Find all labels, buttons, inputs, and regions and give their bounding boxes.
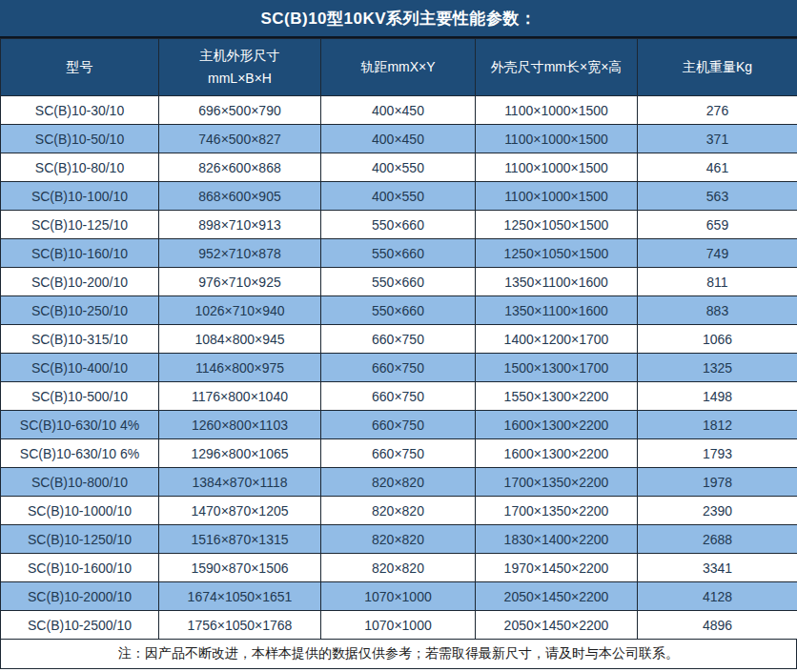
table-cell: 820×820 bbox=[321, 468, 476, 497]
table-cell: 2688 bbox=[638, 525, 797, 554]
table-row: SC(B)10-50/10746×500×827400×4501100×1000… bbox=[1, 125, 797, 153]
table-cell: 1978 bbox=[638, 468, 797, 497]
table-cell: 2390 bbox=[638, 497, 797, 525]
table-cell: 820×820 bbox=[321, 497, 476, 525]
column-header-label: 轨距mmX×Y bbox=[360, 59, 435, 74]
table-cell: 1384×870×1118 bbox=[159, 468, 321, 497]
table-cell: SC(B)10-1000/10 bbox=[1, 497, 159, 525]
table-cell: 696×500×790 bbox=[159, 96, 321, 125]
column-header-main-unit-weight: 主机重量Kg bbox=[638, 39, 797, 96]
table-cell: 660×750 bbox=[321, 325, 476, 354]
table-cell: 1812 bbox=[638, 411, 797, 439]
table-cell: 1100×1000×1500 bbox=[476, 153, 638, 182]
table-cell: 1146×800×975 bbox=[159, 354, 321, 382]
table-row: SC(B)10-250/101026×710×940550×6601350×11… bbox=[1, 296, 797, 325]
table-cell: SC(B)10-800/10 bbox=[1, 468, 159, 497]
table-cell: SC(B)10-50/10 bbox=[1, 125, 159, 153]
table-cell: SC(B)10-500/10 bbox=[1, 382, 159, 411]
table-row: SC(B)10-400/101146×800×975660×7501500×13… bbox=[1, 354, 797, 382]
table-cell: 2050×1450×2200 bbox=[476, 582, 638, 611]
table-cell: SC(B)10-2500/10 bbox=[1, 611, 159, 640]
column-header-label: 型号 bbox=[67, 59, 93, 74]
table-cell: SC(B)10-250/10 bbox=[1, 296, 159, 325]
table-cell: 1026×710×940 bbox=[159, 296, 321, 325]
table-cell: 276 bbox=[638, 96, 797, 125]
table-cell: 1400×1200×1700 bbox=[476, 325, 638, 354]
table-cell: 550×660 bbox=[321, 239, 476, 268]
column-header-model: 型号 bbox=[1, 39, 159, 96]
table-cell: 1793 bbox=[638, 439, 797, 468]
table-cell: 4128 bbox=[638, 582, 797, 611]
table-cell: 1066 bbox=[638, 325, 797, 354]
table-cell: 826×600×868 bbox=[159, 153, 321, 182]
table-cell: 811 bbox=[638, 268, 797, 296]
table-row: SC(B)10-2500/101756×1050×17681070×100020… bbox=[1, 611, 797, 640]
table-row: SC(B)10-1600/101590×870×1506820×8201970×… bbox=[1, 554, 797, 582]
table-row: SC(B)10-80/10826×600×868400×5501100×1000… bbox=[1, 153, 797, 182]
table-cell: SC(B)10-200/10 bbox=[1, 268, 159, 296]
table-body: SC(B)10-30/10696×500×790400×4501100×1000… bbox=[1, 96, 797, 640]
table-cell: 898×710×913 bbox=[159, 211, 321, 239]
table-cell: 1498 bbox=[638, 382, 797, 411]
table-cell: 1550×1300×2200 bbox=[476, 382, 638, 411]
table-row: SC(B)10-200/10976×710×925550×6601350×110… bbox=[1, 268, 797, 296]
table-cell: SC(B)10-315/10 bbox=[1, 325, 159, 354]
column-header-sublabel: mmL×B×H bbox=[159, 68, 320, 91]
table-cell: 371 bbox=[638, 125, 797, 153]
table-cell: 550×660 bbox=[321, 268, 476, 296]
table-cell: 1516×870×1315 bbox=[159, 525, 321, 554]
table-row: SC(B)10-30/10696×500×790400×4501100×1000… bbox=[1, 96, 797, 125]
table-cell: 1100×1000×1500 bbox=[476, 96, 638, 125]
table-cell: SC(B)10-80/10 bbox=[1, 153, 159, 182]
table-cell: SC(B)10-630/10 6% bbox=[1, 439, 159, 468]
table-row: SC(B)10-630/10 4%1260×800×1103660×750160… bbox=[1, 411, 797, 439]
table-cell: 3341 bbox=[638, 554, 797, 582]
table-row: SC(B)10-630/10 6%1296×800×1065660×750160… bbox=[1, 439, 797, 468]
column-header-label: 主机外形尺寸 bbox=[159, 45, 320, 68]
column-header-label: 外壳尺寸mm长×宽×高 bbox=[491, 59, 623, 74]
table-cell: SC(B)10-1600/10 bbox=[1, 554, 159, 582]
table-cell: 1600×1300×2200 bbox=[476, 411, 638, 439]
table-row: SC(B)10-500/101176×800×1040660×7501550×1… bbox=[1, 382, 797, 411]
table-cell: 400×550 bbox=[321, 153, 476, 182]
table-cell: 4896 bbox=[638, 611, 797, 640]
table-cell: 1296×800×1065 bbox=[159, 439, 321, 468]
table-row: SC(B)10-100/10868×600×905400×5501100×100… bbox=[1, 182, 797, 211]
table-row: SC(B)10-315/101084×800×945660×7501400×12… bbox=[1, 325, 797, 354]
table-cell: 1070×1000 bbox=[321, 611, 476, 640]
spec-table: 型号 主机外形尺寸 mmL×B×H 轨距mmX×Y 外壳尺寸mm长×宽×高 主机… bbox=[0, 38, 797, 640]
table-row: SC(B)10-2000/101674×1050×16511070×100020… bbox=[1, 582, 797, 611]
table-cell: 1250×1050×1500 bbox=[476, 211, 638, 239]
table-row: SC(B)10-125/10898×710×913550×6601250×105… bbox=[1, 211, 797, 239]
table-cell: SC(B)10-630/10 4% bbox=[1, 411, 159, 439]
table-cell: 660×750 bbox=[321, 354, 476, 382]
table-cell: 1100×1000×1500 bbox=[476, 182, 638, 211]
table-row: SC(B)10-1250/101516×870×1315820×8201830×… bbox=[1, 525, 797, 554]
table-cell: 659 bbox=[638, 211, 797, 239]
table-cell: SC(B)10-400/10 bbox=[1, 354, 159, 382]
table-cell: SC(B)10-100/10 bbox=[1, 182, 159, 211]
footnote: 注：因产品不断改进，本样本提供的数据仅供参考；若需取得最新尺寸，请及时与本公司联… bbox=[0, 640, 797, 669]
column-header-shell-dimensions: 外壳尺寸mm长×宽×高 bbox=[476, 39, 638, 96]
table-cell: 1325 bbox=[638, 354, 797, 382]
table-cell: 1590×870×1506 bbox=[159, 554, 321, 582]
table-cell: 1070×1000 bbox=[321, 582, 476, 611]
table-cell: 660×750 bbox=[321, 411, 476, 439]
table-cell: 1084×800×945 bbox=[159, 325, 321, 354]
table-cell: 660×750 bbox=[321, 382, 476, 411]
table-cell: 1350×1100×1600 bbox=[476, 296, 638, 325]
table-cell: 746×500×827 bbox=[159, 125, 321, 153]
table-cell: SC(B)10-125/10 bbox=[1, 211, 159, 239]
table-cell: 563 bbox=[638, 182, 797, 211]
table-cell: 550×660 bbox=[321, 211, 476, 239]
table-cell: 400×450 bbox=[321, 96, 476, 125]
table-cell: 1260×800×1103 bbox=[159, 411, 321, 439]
table-header-row: 型号 主机外形尺寸 mmL×B×H 轨距mmX×Y 外壳尺寸mm长×宽×高 主机… bbox=[1, 39, 797, 96]
table-cell: 1250×1050×1500 bbox=[476, 239, 638, 268]
column-header-label: 主机重量Kg bbox=[683, 59, 752, 74]
table-cell: 952×710×878 bbox=[159, 239, 321, 268]
table-cell: 2050×1450×2200 bbox=[476, 611, 638, 640]
spec-sheet-page: SC(B)10型10KV系列主要性能参数： 型号 主机外形尺寸 mmL×B×H … bbox=[0, 0, 797, 672]
table-row: SC(B)10-1000/101470×870×1205820×8201700×… bbox=[1, 497, 797, 525]
table-cell: 660×750 bbox=[321, 439, 476, 468]
